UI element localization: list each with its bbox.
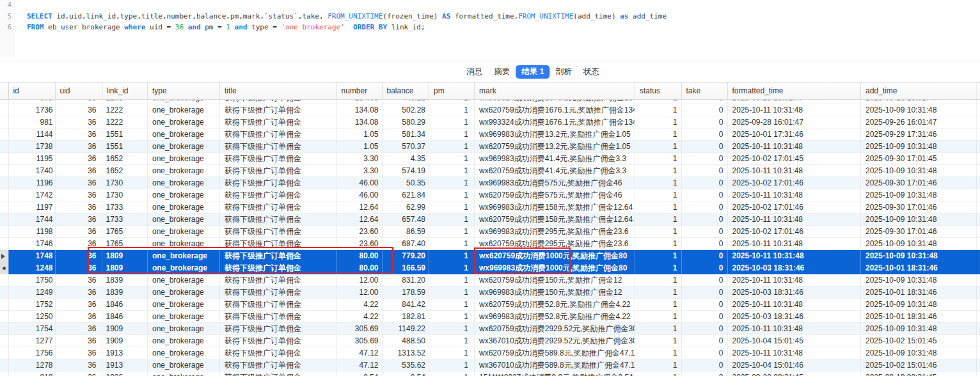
table-row[interactable]: 1144361551one_brokerage获得下级推广订单佣金1.05581… [0, 129, 980, 141]
table-row[interactable]: 1736361222one_brokerage获得下级推广订单佣金134.085… [0, 104, 980, 116]
cell-pm[interactable]: 1 [429, 165, 474, 177]
cell-title[interactable]: 获得下级推广订单佣金 [219, 129, 336, 141]
table-row[interactable]: 1756361913one_brokerage获得下级推广订单佣金47.1213… [0, 347, 980, 359]
column-header-add_time[interactable]: add_time [860, 82, 976, 99]
cell-balance[interactable]: 1149.22 [382, 323, 429, 335]
cell-take[interactable]: 0 [681, 311, 727, 323]
cell-add_time[interactable]: 2025-10-02 15:01:45 [860, 335, 976, 347]
cell-balance[interactable]: 86.59 [382, 226, 429, 238]
cell-link_id[interactable]: 1733 [102, 201, 148, 214]
cell-balance[interactable]: 182.81 [382, 311, 429, 323]
cell-link_id[interactable]: 1222 [102, 116, 148, 129]
column-header-id[interactable]: id [8, 82, 55, 99]
tab-状态[interactable]: 状态 [583, 65, 599, 78]
column-header-uid[interactable]: uid [55, 82, 102, 99]
cell-pm[interactable]: 1 [429, 311, 474, 323]
cell-take[interactable]: 0 [681, 226, 727, 238]
cell-title[interactable]: 获得下级推广订单佣金 [219, 153, 336, 165]
cell-pm[interactable]: 1 [429, 250, 474, 262]
cell-mark[interactable]: wx367010成功消费589.8元,奖励推广佣金47.12 [474, 359, 635, 372]
cell-status[interactable]: 1 [635, 189, 681, 201]
cell-id[interactable]: 1195 [8, 153, 55, 165]
cell-title[interactable]: 获得下级推广订单佣金 [219, 323, 336, 335]
cell-add_time[interactable]: 2025-10-01 18:31:46 [860, 311, 976, 323]
cell-id[interactable]: 1754 [8, 323, 55, 335]
cell-take[interactable]: 0 [681, 177, 727, 189]
cell-formatted_time[interactable]: 2025-10-03 18:31:46 [727, 311, 861, 323]
cell-link_id[interactable]: 1913 [102, 347, 148, 359]
cell-number[interactable]: 4.22 [336, 311, 382, 323]
cell-mark[interactable]: wx620759成功消费150元,奖励推广佣金12 [474, 274, 635, 286]
cell-pm[interactable]: 1 [429, 372, 474, 376]
cell-uid[interactable]: 36 [55, 214, 102, 226]
cell-uid[interactable]: 36 [55, 274, 102, 286]
cell-type[interactable]: one_brokerage [147, 141, 219, 153]
table-row[interactable]: 819361936one_brokerage获得下级推广订单佣金0.540.54… [0, 372, 980, 376]
cell-balance[interactable]: 62.99 [382, 201, 429, 214]
cell-balance[interactable]: 621.84 [382, 189, 429, 201]
cell-pm[interactable]: 1 [429, 335, 474, 347]
cell-take[interactable]: 0 [681, 347, 727, 359]
cell-status[interactable]: 1 [635, 311, 681, 323]
cell-type[interactable]: one_brokerage [147, 153, 219, 165]
cell-formatted_time[interactable]: 2025-10-11 10:31:48 [727, 189, 861, 201]
cell-id[interactable]: 1742 [8, 189, 55, 201]
cell-number[interactable]: 134.08 [336, 116, 382, 129]
cell-id[interactable]: 1197 [8, 201, 55, 214]
cell-pm[interactable]: 1 [429, 116, 474, 129]
cell-mark[interactable]: wx367010成功消费2929.52元,奖励推广佣金305.69 [474, 335, 635, 347]
cell-number[interactable]: 1.05 [336, 141, 382, 153]
cell-link_id[interactable]: 1652 [102, 153, 148, 165]
sql-editor[interactable]: 45SELECT id,uid,link_id,type,title,numbe… [0, 0, 980, 61]
cell-take[interactable]: 0 [681, 323, 727, 335]
cell-uid[interactable]: 36 [55, 335, 102, 347]
cell-add_time[interactable]: 2025-09-30 17:01:46 [860, 201, 976, 214]
cell-link_id[interactable]: 1730 [102, 189, 148, 201]
cell-id[interactable]: 1144 [8, 129, 55, 141]
table-row[interactable]: 1278361913one_brokerage获得下级推广订单佣金47.1253… [0, 359, 980, 372]
column-header-pm[interactable]: pm [429, 82, 474, 99]
cell-number[interactable]: 134.08 [336, 104, 382, 116]
cell-pm[interactable]: 1 [429, 262, 474, 274]
cell-pm[interactable]: 1 [429, 226, 474, 238]
cell-pm[interactable]: 1 [429, 141, 474, 153]
cell-formatted_time[interactable]: 2025-10-04 15:01:45 [727, 335, 861, 347]
table-row[interactable]: 1750361839one_brokerage获得下级推广订单佣金12.0083… [0, 274, 980, 286]
cell-balance[interactable]: 1313.52 [382, 347, 429, 359]
cell-add_time[interactable]: 2025-10-09 10:31:48 [860, 141, 976, 153]
cell-mark[interactable]: wx993324成功消费1676.1元,奖励推广佣金134.08 [474, 116, 635, 129]
cell-mark[interactable]: wx620759成功消费575元,奖励推广佣金46 [474, 189, 635, 201]
cell-pm[interactable]: 1 [429, 201, 474, 214]
cell-balance[interactable]: 50.35 [382, 177, 429, 189]
cell-link_id[interactable]: 1909 [102, 323, 148, 335]
table-row[interactable]: 1277361909one_brokerage获得下级推广订单佣金305.694… [0, 335, 980, 347]
row-handle[interactable] [0, 116, 8, 129]
cell-add_time[interactable]: 2025-09-30 17:01:46 [860, 226, 976, 238]
cell-formatted_time[interactable]: 2025-10-11 10:31:48 [727, 238, 861, 250]
cell-link_id[interactable]: 1551 [102, 129, 148, 141]
cell-pm[interactable]: 1 [429, 189, 474, 201]
cell-uid[interactable]: 36 [55, 323, 102, 335]
cell-pm[interactable]: 1 [429, 347, 474, 359]
cell-uid[interactable]: 36 [55, 347, 102, 359]
cell-add_time[interactable]: 2025-10-09 10:31:48 [860, 214, 976, 226]
cell-take[interactable]: 0 [681, 141, 727, 153]
cell-formatted_time[interactable]: 2025-10-11 10:31:48 [727, 250, 861, 262]
cell-status[interactable]: 1 [635, 286, 681, 299]
cell-balance[interactable]: 831.20 [382, 274, 429, 286]
cell-formatted_time[interactable]: 2025-10-01 17:31:46 [727, 129, 861, 141]
cell-mark[interactable]: wx620759成功消费2929.52元,奖励推广佣金305.69 [474, 323, 635, 335]
cell-uid[interactable]: 36 [55, 372, 102, 376]
cell-title[interactable]: 获得下级推广订单佣金 [219, 104, 336, 116]
tab-剖析[interactable]: 剖析 [556, 65, 572, 78]
cell-pm[interactable]: 1 [429, 177, 474, 189]
cell-mark[interactable]: wx969983成功消费575元,奖励推广佣金46 [474, 177, 635, 189]
cell-status[interactable]: 1 [635, 226, 681, 238]
cell-link_id[interactable]: 1733 [102, 214, 148, 226]
cell-formatted_time[interactable]: 2025-10-11 10:31:48 [727, 347, 861, 359]
row-handle[interactable] [0, 226, 8, 238]
table-row[interactable]: 1740361652one_brokerage获得下级推广订单佣金3.30574… [0, 165, 980, 177]
cell-status[interactable]: 1 [635, 274, 681, 286]
cell-id[interactable]: 1738 [8, 141, 55, 153]
cell-status[interactable]: 1 [635, 372, 681, 376]
